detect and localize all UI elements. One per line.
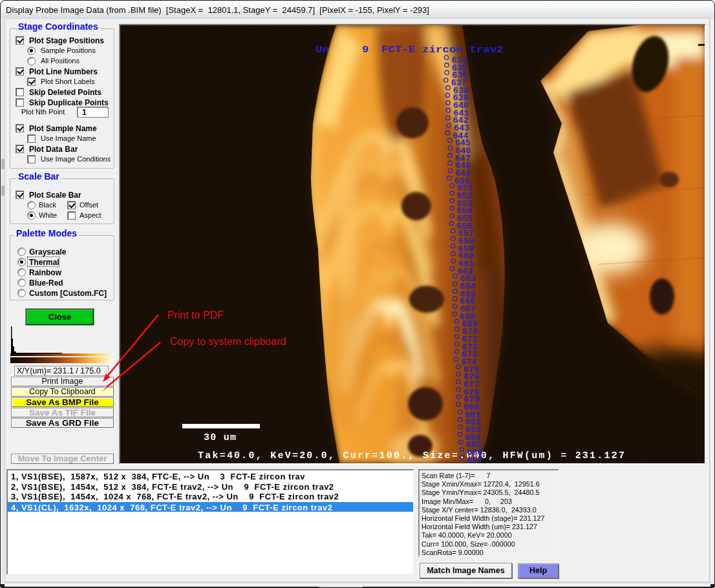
svg-text:Un: Un bbox=[315, 45, 329, 56]
svg-text:9: 9 bbox=[362, 45, 368, 56]
svg-text:687: 687 bbox=[467, 456, 483, 464]
svg-text:30 um: 30 um bbox=[204, 432, 236, 443]
svg-text:FCT-E zircon trav2: FCT-E zircon trav2 bbox=[381, 45, 504, 56]
